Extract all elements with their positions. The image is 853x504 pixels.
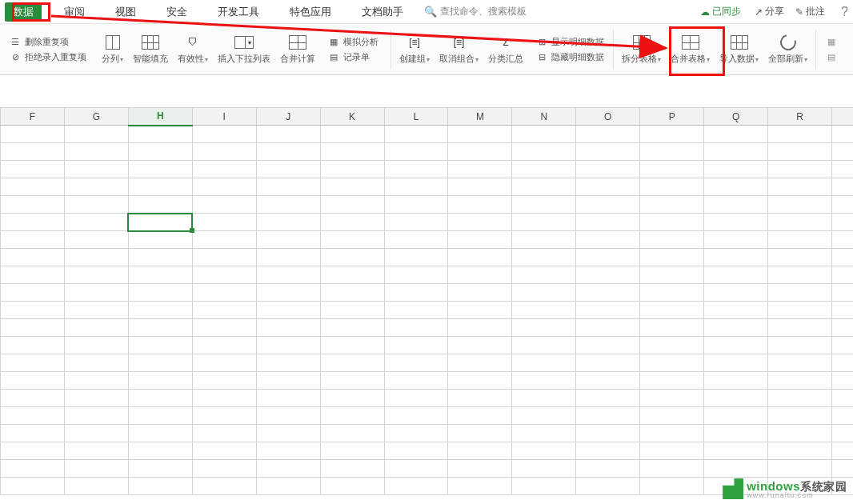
cell[interactable] [256, 407, 320, 425]
cell[interactable] [192, 407, 256, 425]
cell[interactable] [831, 196, 853, 214]
cell[interactable] [1, 231, 65, 249]
cell[interactable] [448, 178, 512, 196]
cell[interactable] [1, 249, 65, 266]
col-header-O[interactable]: O [576, 108, 640, 126]
cell[interactable] [1, 196, 65, 214]
cell[interactable] [384, 407, 448, 425]
cell[interactable] [576, 266, 640, 284]
menu-tab-数据[interactable]: 数据 [5, 2, 42, 22]
cell[interactable] [320, 372, 384, 390]
record-form-button[interactable]: ▤ 记录单 [327, 50, 382, 63]
cell[interactable] [384, 249, 448, 266]
cell[interactable] [576, 478, 640, 495]
cell[interactable] [704, 337, 768, 354]
cell[interactable] [768, 372, 832, 390]
cell[interactable] [256, 302, 320, 319]
cell[interactable] [320, 249, 384, 266]
cell[interactable] [448, 478, 512, 495]
cell[interactable] [1, 319, 65, 337]
cell[interactable] [256, 425, 320, 442]
cell[interactable] [192, 390, 256, 407]
cell[interactable] [448, 249, 512, 266]
cell[interactable] [768, 390, 832, 407]
cell[interactable] [448, 302, 512, 319]
cell[interactable] [512, 231, 576, 249]
ribbon-mergetable[interactable]: 合并表格 [666, 24, 715, 74]
cell[interactable] [831, 302, 853, 319]
cell[interactable] [512, 354, 576, 372]
cell[interactable] [576, 284, 640, 302]
cell[interactable] [768, 460, 832, 478]
cell[interactable] [576, 407, 640, 425]
cell[interactable] [320, 354, 384, 372]
cell[interactable] [448, 390, 512, 407]
cell[interactable] [576, 143, 640, 161]
col-header-F[interactable]: F [1, 108, 65, 126]
col-header-L[interactable]: L [384, 108, 448, 126]
cell[interactable] [831, 249, 853, 266]
cell[interactable] [128, 231, 192, 249]
cell[interactable] [1, 337, 65, 354]
cell[interactable] [384, 425, 448, 442]
cell[interactable] [128, 442, 192, 460]
cell[interactable] [704, 390, 768, 407]
cell[interactable] [768, 319, 832, 337]
cell[interactable] [640, 249, 704, 266]
cell[interactable] [448, 372, 512, 390]
cell[interactable] [640, 390, 704, 407]
cell[interactable] [192, 196, 256, 214]
cell[interactable] [64, 284, 128, 302]
cell[interactable] [64, 161, 128, 178]
cell[interactable] [768, 143, 832, 161]
cell[interactable] [384, 231, 448, 249]
cell[interactable] [128, 178, 192, 196]
cell[interactable] [192, 143, 256, 161]
cell[interactable] [640, 302, 704, 319]
cell[interactable] [831, 126, 853, 143]
cell[interactable] [576, 425, 640, 442]
menu-tab-文档助手[interactable]: 文档助手 [354, 2, 411, 22]
command-search[interactable]: 🔍 查找命令、搜索模板 [424, 5, 527, 18]
cell[interactable] [256, 249, 320, 266]
cell[interactable] [640, 372, 704, 390]
cell[interactable] [831, 231, 853, 249]
spreadsheet-grid[interactable]: FGHIJKLMNOPQRST [0, 107, 853, 495]
cell[interactable] [448, 460, 512, 478]
cell[interactable] [576, 302, 640, 319]
cell[interactable] [256, 442, 320, 460]
cell[interactable] [640, 231, 704, 249]
ribbon-group[interactable]: [≡]创建组 [394, 24, 435, 74]
cell[interactable] [640, 425, 704, 442]
cell[interactable] [192, 372, 256, 390]
ribbon-validity[interactable]: ⛉有效性 [173, 24, 213, 74]
cell[interactable] [320, 196, 384, 214]
cell[interactable] [576, 214, 640, 231]
menu-tab-审阅[interactable]: 审阅 [56, 2, 93, 22]
cell[interactable] [448, 126, 512, 143]
cell[interactable] [704, 231, 768, 249]
cell[interactable] [320, 425, 384, 442]
cell[interactable] [576, 126, 640, 143]
col-header-P[interactable]: P [640, 108, 704, 126]
cell[interactable] [1, 284, 65, 302]
cell[interactable] [512, 478, 576, 495]
cell[interactable] [448, 354, 512, 372]
cell[interactable] [831, 214, 853, 231]
col-header-G[interactable]: G [64, 108, 128, 126]
cell[interactable] [192, 354, 256, 372]
cell[interactable] [128, 407, 192, 425]
cell[interactable] [512, 161, 576, 178]
cell[interactable] [128, 266, 192, 284]
cell[interactable] [384, 214, 448, 231]
cell[interactable] [64, 390, 128, 407]
cell[interactable] [512, 390, 576, 407]
cell[interactable] [320, 214, 384, 231]
cell[interactable] [256, 143, 320, 161]
what-if-analysis-button[interactable]: ▦ 模拟分析 [327, 35, 382, 48]
cell[interactable] [320, 478, 384, 495]
cell[interactable] [64, 425, 128, 442]
cell[interactable] [448, 337, 512, 354]
cell[interactable] [640, 354, 704, 372]
cell[interactable] [512, 442, 576, 460]
